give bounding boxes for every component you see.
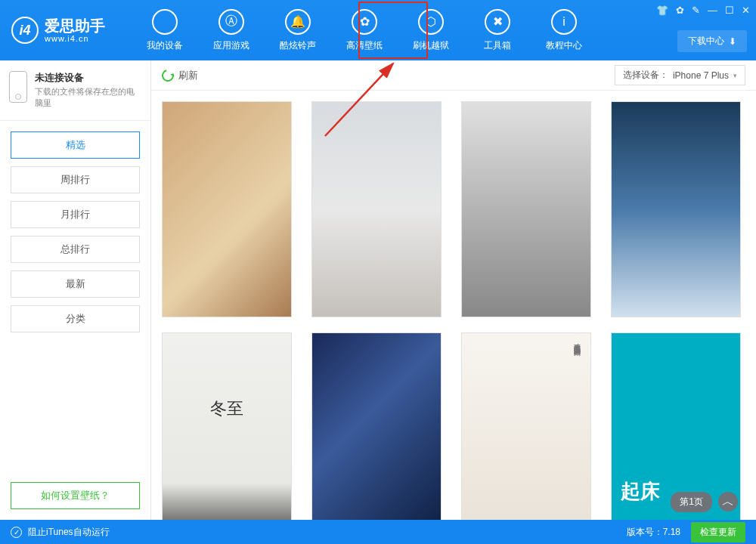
nav-apps-games[interactable]: Ⓐ应用游戏 [198, 0, 265, 60]
page-indicator[interactable]: 第1页 [671, 492, 712, 512]
info-icon: i [551, 9, 577, 35]
wallpaper-thumb[interactable] [311, 332, 442, 520]
content-toolbar: 刷新 选择设备： iPhone 7 Plus ▾ [151, 60, 756, 91]
version-info: 版本号：7.18 [627, 526, 680, 539]
help-wallpaper-link[interactable]: 如何设置壁纸？ [11, 482, 140, 509]
device-status: 未连接设备 下载的文件将保存在您的电脑里 [0, 60, 150, 121]
logo-badge-icon: i4 [11, 17, 39, 44]
nav-wallpapers[interactable]: ✿高清壁纸 [331, 0, 398, 60]
phone-icon [9, 71, 27, 103]
settings-icon[interactable]: ✿ [676, 5, 684, 16]
close-button[interactable]: ✕ [742, 5, 750, 16]
flower-icon: ✿ [352, 9, 377, 35]
scroll-top-button[interactable]: ︿ [718, 492, 738, 512]
app-logo: i4 爱思助手 www.i4.cn [0, 17, 116, 44]
category-monthly[interactable]: 月排行 [11, 201, 140, 228]
category-types[interactable]: 分类 [11, 305, 140, 332]
device-title: 未连接设备 [35, 71, 141, 85]
app-name: 爱思助手 [45, 17, 105, 34]
statusbar: ✓ 阻止iTunes自动运行 版本号：7.18 检查更新 [0, 520, 756, 544]
device-select-label: 选择设备： [623, 69, 668, 82]
nav-my-device[interactable]: 我的设备 [132, 0, 198, 60]
wallpaper-thumb[interactable] [162, 101, 292, 317]
feedback-icon[interactable]: ✎ [692, 5, 700, 16]
wallpaper-thumb[interactable]: 如果不是与生俱来 而是由你爱上一个人 同样一刻开始⋯ [461, 332, 591, 520]
app-url: www.i4.cn [45, 34, 105, 43]
wallpaper-thumb[interactable] [461, 101, 591, 317]
check-update-button[interactable]: 检查更新 [691, 522, 745, 542]
check-icon: ✓ [11, 527, 22, 538]
titlebar: i4 爱思助手 www.i4.cn 我的设备 Ⓐ应用游戏 🔔酷炫铃声 ✿高清壁纸… [0, 0, 756, 60]
wallpaper-thumb[interactable] [311, 101, 442, 317]
maximize-button[interactable]: ☐ [725, 5, 734, 16]
box-icon: ⬡ [418, 9, 444, 35]
nav-jailbreak[interactable]: ⬡刷机越狱 [398, 0, 464, 60]
category-weekly[interactable]: 周排行 [11, 166, 140, 193]
download-icon: ⬇ [729, 36, 736, 47]
itunes-block-toggle[interactable]: 阻止iTunes自动运行 [28, 526, 110, 539]
theme-icon[interactable]: 👕 [656, 5, 668, 16]
nav-ringtones[interactable]: 🔔酷炫铃声 [265, 0, 331, 60]
main-content: 刷新 选择设备： iPhone 7 Plus ▾ 冬至 如果不是与生俱来 而是由… [151, 60, 756, 520]
category-total[interactable]: 总排行 [11, 236, 140, 263]
device-select-value: iPhone 7 Plus [673, 70, 729, 81]
wallpaper-thumb[interactable]: 冬至 [162, 332, 292, 520]
refresh-button[interactable]: 刷新 [162, 69, 198, 82]
refresh-icon [160, 67, 176, 84]
chevron-down-icon: ▾ [733, 72, 737, 79]
device-desc: 下载的文件将保存在您的电脑里 [35, 86, 141, 110]
wallpaper-grid: 冬至 如果不是与生俱来 而是由你爱上一个人 同样一刻开始⋯ 起床 第1页 ︿ [151, 91, 756, 520]
nav-tutorial[interactable]: i教程中心 [531, 0, 597, 60]
nav-toolbox[interactable]: ✖工具箱 [464, 0, 531, 60]
category-featured[interactable]: 精选 [11, 131, 140, 159]
device-selector[interactable]: 选择设备： iPhone 7 Plus ▾ [615, 65, 745, 85]
wrench-icon: ✖ [485, 9, 510, 35]
wallpaper-thumb[interactable] [611, 101, 741, 317]
download-center-button[interactable]: 下载中心 ⬇ [677, 30, 747, 52]
sidebar: 未连接设备 下载的文件将保存在您的电脑里 精选 周排行 月排行 总排行 最新 分… [0, 60, 151, 520]
pager: 第1页 ︿ [671, 492, 738, 512]
bell-icon: 🔔 [285, 9, 311, 35]
main-nav: 我的设备 Ⓐ应用游戏 🔔酷炫铃声 ✿高清壁纸 ⬡刷机越狱 ✖工具箱 i教程中心 [132, 0, 597, 60]
category-list: 精选 周排行 月排行 总排行 最新 分类 [0, 121, 150, 343]
window-controls: 👕 ✿ ✎ — ☐ ✕ [656, 5, 750, 16]
apple-icon [152, 9, 178, 35]
appstore-icon: Ⓐ [218, 9, 244, 35]
minimize-button[interactable]: — [708, 5, 717, 16]
category-newest[interactable]: 最新 [11, 270, 140, 298]
